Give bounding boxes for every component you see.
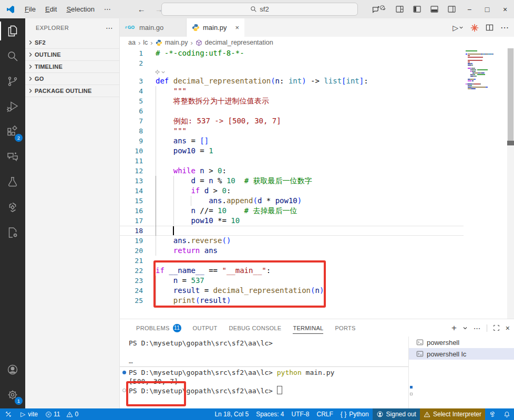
task-vite[interactable]: ▷ vite bbox=[17, 408, 42, 420]
minimap[interactable] bbox=[466, 48, 503, 90]
back-icon[interactable]: ← bbox=[138, 5, 146, 14]
editor-more-icon[interactable]: ⋯ bbox=[500, 23, 509, 33]
activity-run-debug[interactable] bbox=[0, 94, 25, 119]
maximize-button[interactable]: □ bbox=[478, 0, 496, 18]
extension-knot-status[interactable] bbox=[485, 408, 500, 420]
menu-selection[interactable]: Selection bbox=[61, 0, 99, 18]
code-line-11[interactable]: 11 bbox=[120, 156, 464, 166]
problems-status[interactable]: 11 0 bbox=[42, 408, 82, 420]
panel-tab-ports[interactable]: PORTS bbox=[329, 319, 361, 337]
cursor-position[interactable]: Ln 18, Col 5 bbox=[211, 408, 252, 420]
terminal-list-item[interactable]: powershell bbox=[409, 337, 514, 348]
menu-edit[interactable]: Edit bbox=[40, 0, 61, 18]
panel-tab-problems[interactable]: PROBLEMS 11 bbox=[130, 319, 187, 337]
sidebar-section-label: GO bbox=[35, 76, 44, 82]
activity-testing[interactable] bbox=[0, 170, 25, 195]
activity-settings[interactable]: 1 bbox=[0, 382, 25, 407]
code-line-3[interactable]: 3def decimal_representation(n: int) -> l… bbox=[120, 76, 464, 86]
breadcrumb-item[interactable]: main.py bbox=[165, 39, 188, 46]
panel-tab-terminal[interactable]: TERMINAL bbox=[287, 319, 329, 337]
code-line-18[interactable]: 18 bbox=[120, 226, 464, 236]
code-line-17[interactable]: 17 pow10 *= 10 bbox=[120, 216, 464, 226]
split-editor-icon[interactable] bbox=[486, 24, 494, 32]
code-line-12[interactable]: 12 while n > 0: bbox=[120, 166, 464, 176]
code-line-19[interactable]: 19 ans.reverse() bbox=[120, 236, 464, 246]
sidebar-section-timeline[interactable]: TIMELINE bbox=[25, 60, 119, 72]
code-line-14[interactable]: 14 if d > 0: bbox=[120, 186, 464, 196]
code-line-7[interactable]: 7 例如: 537 -> [500, 30, 7] bbox=[120, 116, 464, 126]
activity-extensions[interactable]: 2 bbox=[0, 119, 25, 144]
panel-more-icon[interactable]: ⋯ bbox=[474, 324, 481, 332]
toggle-panel-icon[interactable] bbox=[426, 6, 443, 13]
toggle-primary-sidebar-icon[interactable] bbox=[408, 6, 426, 13]
indentation[interactable]: Spaces: 4 bbox=[252, 408, 287, 420]
activity-search[interactable] bbox=[0, 44, 25, 69]
breadcrumb-item[interactable]: aa bbox=[128, 39, 136, 46]
eol-sequence[interactable]: CRLF bbox=[313, 408, 337, 420]
language-mode[interactable]: { } Python bbox=[337, 408, 373, 420]
new-terminal-icon[interactable]: + bbox=[451, 323, 457, 333]
close-panel-icon[interactable]: × bbox=[506, 324, 510, 332]
warning-count: 0 bbox=[75, 411, 78, 418]
sidebar-section-outline[interactable]: OUTLINE bbox=[25, 48, 119, 60]
remote-indicator[interactable] bbox=[0, 408, 17, 420]
maximize-panel-icon[interactable] bbox=[493, 324, 500, 331]
tab-main-go[interactable]: GO main.go bbox=[120, 18, 187, 37]
customize-layout-icon[interactable] bbox=[391, 6, 408, 13]
code-line-1[interactable]: 1# -*-coding:utf-8-*- bbox=[120, 48, 464, 58]
code-line-6[interactable]: 6 bbox=[120, 106, 464, 116]
indent-guide bbox=[156, 146, 156, 156]
sidebar-section-go[interactable]: GO bbox=[25, 72, 119, 85]
toggle-secondary-sidebar-icon[interactable] bbox=[443, 6, 460, 13]
code-line-8[interactable]: 8 """ bbox=[120, 126, 464, 136]
terminal-list-item[interactable]: powershell lc bbox=[409, 348, 514, 360]
extension-starburst-icon[interactable] bbox=[470, 24, 479, 32]
run-python-button[interactable]: ▷ bbox=[453, 24, 464, 32]
scrollbar-thumb[interactable] bbox=[508, 48, 513, 141]
panel-tab-debug-console[interactable]: DEBUG CONSOLE bbox=[223, 319, 287, 337]
sidebar-section-sf2[interactable]: SF2 bbox=[25, 37, 119, 48]
panel-tab-output[interactable]: OUTPUT bbox=[187, 319, 223, 337]
code-line-4[interactable]: 4 """ bbox=[120, 86, 464, 96]
code-line-9[interactable]: 9 ans = [] bbox=[120, 136, 464, 146]
explorer-more-icon[interactable]: ⋯ bbox=[106, 24, 113, 32]
minimize-button[interactable]: − bbox=[460, 0, 478, 18]
menu-file[interactable]: File bbox=[20, 0, 40, 18]
close-button[interactable]: × bbox=[496, 0, 514, 18]
tab-close-icon[interactable]: × bbox=[235, 24, 239, 32]
code-line-15[interactable]: 15 ans.append(d * pow10) bbox=[120, 196, 464, 206]
activity-explorer[interactable] bbox=[0, 18, 25, 44]
command-prompt-decoration[interactable] bbox=[122, 388, 126, 392]
sidebar-section-package-outline[interactable]: PACKAGE OUTLINE bbox=[25, 85, 119, 97]
encoding[interactable]: UTF-8 bbox=[288, 408, 313, 420]
notifications[interactable] bbox=[500, 408, 514, 420]
terminal-profile-chevron-icon[interactable] bbox=[462, 326, 468, 331]
menu-more[interactable]: ⋯ bbox=[99, 0, 116, 18]
command-center-search[interactable]: sf2 bbox=[161, 3, 358, 16]
inline-ai-icon[interactable] bbox=[155, 69, 166, 75]
code-editor[interactable]: 1# -*-coding:utf-8-*-23def decimal_repre… bbox=[120, 48, 514, 319]
activity-source-control[interactable] bbox=[0, 69, 25, 94]
code-line-20[interactable]: 20 return ans bbox=[120, 246, 464, 256]
error-icon bbox=[45, 411, 52, 418]
code-line-13[interactable]: 13 d = n % 10 # 获取最后一位数字 bbox=[120, 176, 464, 186]
tab-main-py[interactable]: main.py × bbox=[187, 18, 244, 37]
select-interpreter[interactable]: Select Interpreter bbox=[420, 408, 485, 420]
activity-accounts[interactable] bbox=[0, 357, 25, 382]
code-line-5[interactable]: 5 将整数拆分为十进制位值表示 bbox=[120, 96, 464, 106]
activity-extension-runner[interactable] bbox=[0, 220, 25, 245]
code-line-2[interactable]: 2 bbox=[120, 58, 464, 68]
breadcrumb-item[interactable]: lc bbox=[143, 39, 148, 46]
editor-scrollbar[interactable] bbox=[507, 48, 514, 319]
command-success-decoration[interactable] bbox=[122, 371, 126, 374]
line-number: 19 bbox=[120, 236, 143, 246]
activity-extension-knot[interactable] bbox=[0, 195, 25, 220]
copilot-icon[interactable] bbox=[367, 5, 391, 14]
status-bar: ▷ vite 11 0 Ln 18, Col 5 Spaces: 4 UTF-8… bbox=[0, 408, 514, 420]
code-line-16[interactable]: 16 n //= 10 # 去掉最后一位 bbox=[120, 206, 464, 216]
breadcrumb-item[interactable]: decimal_representation bbox=[205, 39, 273, 46]
terminal[interactable]: PS D:\mysetup\gopath\src\sf2\aa\lc>…PS D… bbox=[120, 337, 408, 408]
activity-chat[interactable] bbox=[0, 144, 25, 170]
account-status[interactable]: Signed out bbox=[373, 408, 420, 420]
code-line-10[interactable]: 10 pow10 = 1 bbox=[120, 146, 464, 156]
